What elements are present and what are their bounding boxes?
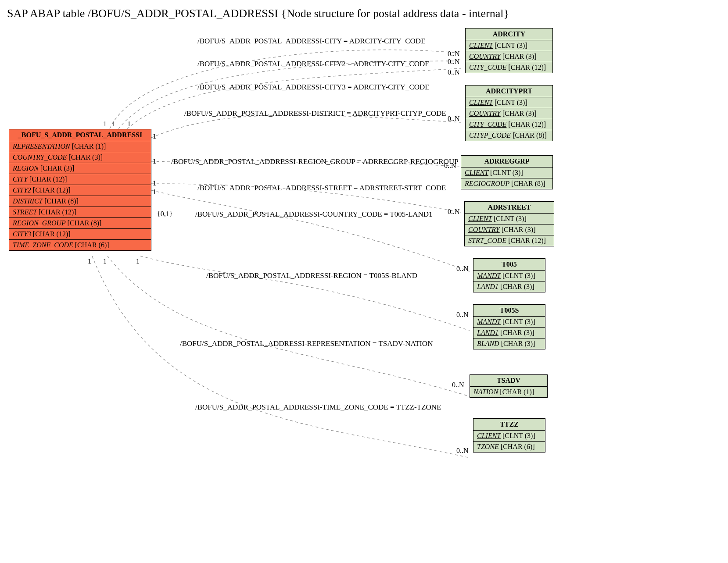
field-row: LAND1 [CHAR (3)] [473,328,545,339]
cardinality-right: 0..N [456,311,469,319]
relation-label: /BOFU/S_ADDR_POSTAL_ADDRESSI-DISTRICT = … [184,109,446,118]
entity-source: _BOFU_S_ADDR_POSTAL_ADDRESSI REPRESENTAT… [9,129,151,251]
diagram-canvas: _BOFU_S_ADDR_POSTAL_ADDRESSI REPRESENTAT… [4,28,724,563]
entity-tsadv: TSADV NATION [CHAR (1)] [470,374,548,398]
entity-header: ADRSTREET [465,202,554,214]
cardinality-left: 1 [112,120,115,128]
field-row: COUNTRY [CHAR (3)] [466,108,552,119]
field-row: DISTRICT [CHAR (8)] [9,196,151,207]
cardinality-right: 0..N [448,50,460,58]
field-row: TIME_ZONE_CODE [CHAR (6)] [9,240,151,250]
field-row: CLIENT [CLNT (3)] [461,167,552,178]
cardinality-right: 0..N [448,68,460,76]
relation-label: /BOFU/S_ADDR_POSTAL_ADDRESSI-CITY3 = ADR… [197,83,430,92]
entity-header: T005S [473,305,545,317]
field-row: REGION_GROUP [CHAR (8)] [9,218,151,229]
cardinality-left: 1 [153,188,156,196]
relation-label: /BOFU/S_ADDR_POSTAL_ADDRESSI-REPRESENTAT… [180,339,433,348]
entity-adrcity: ADRCITY CLIENT [CLNT (3)] COUNTRY [CHAR … [465,28,553,73]
relation-label: /BOFU/S_ADDR_POSTAL_ADDRESSI-CITY = ADRC… [197,37,426,46]
field-row: CITY2 [CHAR (12)] [9,185,151,196]
page-title: SAP ABAP table /BOFU/S_ADDR_POSTAL_ADDRE… [4,4,724,28]
field-row: TZONE [CHAR (6)] [473,442,545,452]
field-row: CITYP_CODE [CHAR (8)] [466,130,552,141]
entity-adrstreet: ADRSTREET CLIENT [CLNT (3)] COUNTRY [CHA… [464,201,554,246]
field-row: REPRESENTATION [CHAR (1)] [9,141,151,152]
entity-adrcityprt: ADRCITYPRT CLIENT [CLNT (3)] COUNTRY [CH… [465,85,553,141]
field-row: COUNTRY_CODE [CHAR (3)] [9,152,151,163]
cardinality-right: 0..N [444,162,456,170]
cardinality-right: 0..N [448,115,460,123]
cardinality-right: 0..N [452,381,464,389]
relation-label: /BOFU/S_ADDR_POSTAL_ADDRESSI-TIME_ZONE_C… [195,403,441,412]
field-row: REGION [CHAR (3)] [9,163,151,174]
field-row: CLIENT [CLNT (3)] [473,431,545,442]
field-row: CITY3 [CHAR (12)] [9,229,151,240]
entity-header: ADRREGGRP [461,156,552,167]
field-row: STRT_CODE [CHAR (12)] [465,235,554,246]
entity-t005s: T005S MANDT [CLNT (3)] LAND1 [CHAR (3)] … [473,304,545,349]
relation-label: /BOFU/S_ADDR_POSTAL_ADDRESSI-STREET = AD… [197,184,446,192]
entity-t005: T005 MANDT [CLNT (3)] LAND1 [CHAR (3)] [473,258,545,292]
field-row: STREET [CHAR (12)] [9,207,151,218]
cardinality-right: 0..N [448,208,460,216]
field-row: LAND1 [CHAR (3)] [473,282,545,292]
cardinality-left: 1 [127,120,131,128]
cardinality-right: 0..N [448,58,460,66]
entity-ttzz: TTZZ CLIENT [CLNT (3)] TZONE [CHAR (6)] [473,418,545,453]
field-row: CLIENT [CLNT (3)] [466,40,552,51]
field-row: CITY_CODE [CHAR (12)] [466,119,552,130]
cardinality-left: {0,1} [157,210,172,218]
cardinality-right: 0..N [456,265,469,273]
cardinality-left: 1 [103,257,107,265]
field-row: REGIOGROUP [CHAR (8)] [461,178,552,189]
field-row: CLIENT [CLNT (3)] [465,214,554,224]
entity-header: TSADV [470,375,547,387]
cardinality-left: 1 [153,179,156,187]
relation-label: /BOFU/S_ADDR_POSTAL_ADDRESSI-CITY2 = ADR… [197,60,430,68]
entity-adrreggrp: ADRREGGRP CLIENT [CLNT (3)] REGIOGROUP [… [461,155,553,189]
cardinality-right: 0..N [456,447,469,455]
field-row: COUNTRY [CHAR (3)] [466,51,552,62]
relation-label: /BOFU/S_ADDR_POSTAL_ADDRESSI-REGION = T0… [206,271,417,280]
relation-label: /BOFU/S_ADDR_POSTAL_ADDRESSI-COUNTRY_COD… [195,210,433,219]
entity-header: TTZZ [473,419,545,431]
cardinality-left: 1 [103,120,107,128]
relation-label: /BOFU/S_ADDR_POSTAL_ADDRESSI-REGION_GROU… [171,157,459,166]
cardinality-left: 1 [136,257,140,265]
entity-header: ADRCITYPRT [466,86,552,97]
field-row: BLAND [CHAR (3)] [473,339,545,349]
field-row: NATION [CHAR (1)] [470,387,547,397]
field-row: CITY_CODE [CHAR (12)] [466,62,552,73]
cardinality-left: 1 [153,132,156,140]
cardinality-left: 1 [88,257,91,265]
field-row: CLIENT [CLNT (3)] [466,97,552,108]
field-row: COUNTRY [CHAR (3)] [465,224,554,235]
field-row: MANDT [CLNT (3)] [473,271,545,282]
cardinality-left: 1 [153,157,156,165]
relationship-lines [4,28,724,563]
field-row: MANDT [CLNT (3)] [473,317,545,328]
entity-source-header: _BOFU_S_ADDR_POSTAL_ADDRESSI [9,129,151,141]
field-row: CITY [CHAR (12)] [9,174,151,185]
entity-header: T005 [473,259,545,271]
entity-header: ADRCITY [466,29,552,40]
